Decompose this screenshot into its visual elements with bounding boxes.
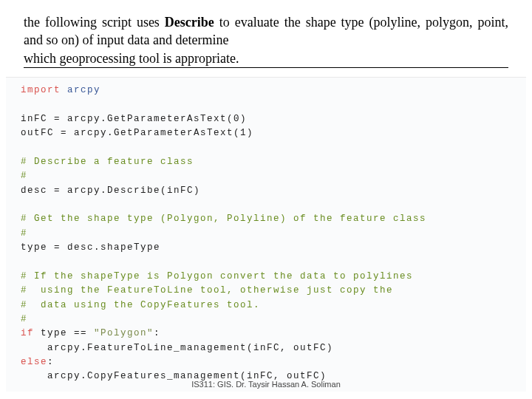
code-line: outFC = arcpy.GetParameterAsText(1) xyxy=(21,128,253,138)
code-kw-import: import xyxy=(21,85,61,95)
code-kw-else: else xyxy=(21,357,47,367)
code-comment: # xyxy=(21,228,27,239)
code-line: desc = arcpy.Describe(inFC) xyxy=(21,185,200,196)
intro-bold: Describe xyxy=(165,15,219,30)
code-comment: # using the FeatureToLine tool, otherwis… xyxy=(21,285,393,296)
code-line: inFC = arcpy.GetParameterAsText(0) xyxy=(21,114,247,124)
code-comment: # data using the CopyFeatures tool. xyxy=(21,300,260,310)
intro-text-1: the following script uses xyxy=(24,15,165,30)
code-kw-if: if xyxy=(21,328,34,338)
code-comment: # Get the shape type (Polygon, Polyline)… xyxy=(21,214,426,224)
code-block: import arcpy inFC = arcpy.GetParameterAs… xyxy=(6,77,526,392)
code-comment: # xyxy=(21,314,27,324)
code-line: : xyxy=(154,328,160,338)
intro-text-3: which geoprocessing tool is appropriate. xyxy=(24,50,508,68)
code-string: "Polygon" xyxy=(94,328,154,338)
code-line: type == xyxy=(34,328,94,338)
code-comment: # If the shapeType is Polygon convert th… xyxy=(21,271,413,282)
code-line: type = desc.shapeType xyxy=(21,242,160,253)
code-line: arcpy.FeatureToLine_management(inFC, out… xyxy=(21,343,333,353)
code-comment: # xyxy=(21,171,27,181)
code-mod-arcpy: arcpy xyxy=(61,85,100,95)
slide-footer: IS311: GIS. Dr. Taysir Hassan A. Soliman xyxy=(0,380,532,389)
intro-paragraph: the following script uses Describe to ev… xyxy=(0,0,532,74)
code-line: : xyxy=(47,357,54,367)
code-comment: # Describe a feature class xyxy=(21,157,194,167)
